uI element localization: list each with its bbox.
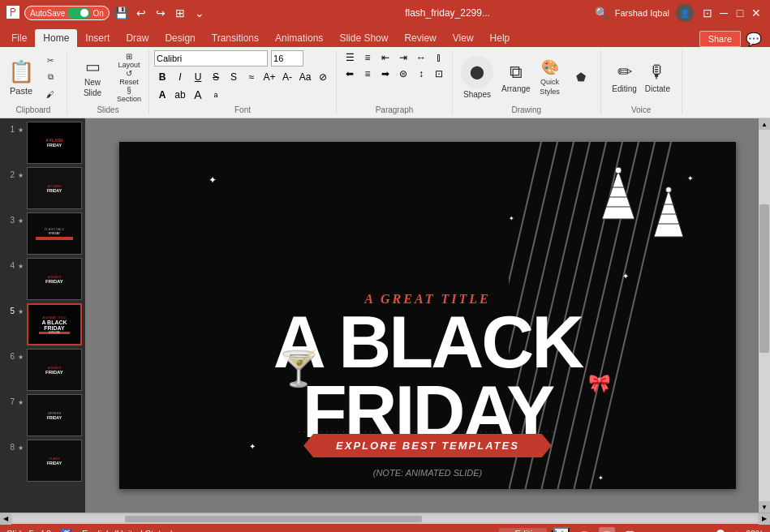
- layout-button[interactable]: ⊞ Layout: [114, 52, 144, 68]
- shapes-button[interactable]: ⬤ Shapes: [458, 53, 497, 101]
- search-icon[interactable]: 🔍: [595, 6, 609, 19]
- slide-item-3[interactable]: 3 ★ FLASH SALE FRIDAY: [3, 212, 82, 255]
- slide-thumb-8[interactable]: FLASH FRIDAY: [27, 440, 82, 482]
- text-direction-button[interactable]: ↔: [413, 50, 429, 65]
- scroll-up-button[interactable]: ▲: [759, 118, 770, 130]
- tab-design[interactable]: Design: [157, 29, 203, 47]
- change-case-button[interactable]: Aa: [297, 70, 313, 84]
- close-button[interactable]: ✕: [749, 6, 764, 20]
- cut-button[interactable]: ✂: [39, 52, 62, 68]
- decrease-indent-button[interactable]: ⇤: [377, 50, 394, 65]
- clear-format-button[interactable]: ⊘: [315, 70, 331, 84]
- font-size-decrease[interactable]: A-: [279, 70, 295, 84]
- numbered-list-button[interactable]: ≡: [359, 50, 376, 65]
- ribbon-toggle-button[interactable]: ⊡: [700, 6, 715, 20]
- zoom-out-icon[interactable]: −: [667, 529, 672, 532]
- slide-item-1[interactable]: 1 ★ A FLASH FRIDAY: [3, 122, 82, 164]
- scroll-right-button[interactable]: ▶: [759, 513, 770, 525]
- slide-thumb-2[interactable]: A FLASH FRIDAY: [27, 167, 82, 209]
- editing-button[interactable]: ✏ Editing: [609, 53, 640, 101]
- undo-button[interactable]: ↩: [134, 6, 148, 20]
- redo-button[interactable]: ↪: [153, 6, 168, 20]
- quick-styles-button[interactable]: 🎨 Quick Styles: [536, 53, 565, 101]
- copy-button[interactable]: ⧉: [39, 69, 62, 85]
- char-spacing-button[interactable]: ≈: [243, 70, 260, 84]
- section-button[interactable]: § Section: [114, 86, 144, 102]
- smart-art-button[interactable]: ⊡: [431, 66, 447, 81]
- reset-button[interactable]: ↺ Reset: [114, 69, 144, 85]
- slide-item-4[interactable]: 4 ★ A BLACK FRIDAY: [3, 258, 82, 300]
- new-slide-button[interactable]: ▭ New Slide: [72, 53, 113, 101]
- slide-canvas[interactable]: ✦ ✦ ✦ ✦ ✦ ✦ ✦ ✦: [119, 142, 736, 489]
- tab-transitions[interactable]: Transitions: [204, 29, 267, 47]
- line-spacing-button[interactable]: ↕: [413, 66, 429, 81]
- italic-button[interactable]: I: [172, 70, 188, 84]
- drawing-group: ⬤ Shapes ⧉ Arrange 🎨 Quick Styles ⬟ Draw…: [453, 50, 601, 114]
- tab-help[interactable]: Help: [482, 29, 518, 47]
- slide-item-5[interactable]: 5 ★ A GREAT TITLE A BLACK FRIDAY EXPLORE: [3, 303, 82, 345]
- slide-thumb-5[interactable]: A GREAT TITLE A BLACK FRIDAY EXPLORE: [27, 303, 82, 345]
- slide-sorter-button[interactable]: ⊡: [599, 527, 615, 532]
- shape-fill-button[interactable]: ⬟: [566, 53, 596, 101]
- tab-view[interactable]: View: [445, 29, 482, 47]
- slide-item-7[interactable]: 7 ★ OFFERS FRIDAY: [3, 394, 82, 436]
- slide-thumb-4[interactable]: A BLACK FRIDAY: [27, 258, 82, 300]
- highlight-button[interactable]: ab: [172, 88, 188, 102]
- tab-file[interactable]: File: [3, 29, 35, 47]
- dictate-button[interactable]: 🎙 Dictate: [642, 53, 673, 101]
- minimize-button[interactable]: ─: [716, 6, 731, 20]
- increase-indent-button[interactable]: ⇥: [395, 50, 411, 65]
- font-size-dn[interactable]: a: [208, 88, 224, 102]
- align-left-button[interactable]: ⬅: [342, 66, 358, 81]
- slide-thumb-3[interactable]: FLASH SALE FRIDAY: [27, 212, 82, 255]
- slide-item-8[interactable]: 8 ★ FLASH FRIDAY: [3, 440, 82, 482]
- columns-button[interactable]: ⫿: [431, 50, 447, 65]
- slide-thumb-1[interactable]: A FLASH FRIDAY: [27, 122, 82, 164]
- notes-button[interactable]: Notes: [553, 527, 570, 532]
- justify-button[interactable]: ⊜: [395, 66, 411, 81]
- scroll-down-button[interactable]: ▼: [759, 501, 770, 513]
- slide-thumb-6[interactable]: A BLACK FRIDAY: [27, 349, 82, 391]
- autosave-badge[interactable]: AutoSave On: [24, 6, 110, 20]
- h-scroll-thumb[interactable]: [125, 516, 423, 522]
- font-size-up[interactable]: A: [190, 88, 206, 102]
- font-size-increase[interactable]: A+: [261, 70, 277, 84]
- share-button[interactable]: Share: [699, 31, 741, 47]
- format-painter-button[interactable]: 🖌: [39, 86, 62, 102]
- normal-view-button[interactable]: ⊞: [576, 527, 592, 532]
- paste-button[interactable]: 📋 Paste: [5, 53, 37, 101]
- autosave-toggle[interactable]: [67, 7, 90, 19]
- font-size-dropdown[interactable]: [271, 50, 303, 66]
- bullet-list-button[interactable]: ☰: [342, 50, 358, 65]
- slide-thumb-7[interactable]: OFFERS FRIDAY: [27, 394, 82, 436]
- slide-show-button[interactable]: ▶: [644, 527, 660, 532]
- arrange-button[interactable]: ⧉ Arrange: [498, 53, 534, 101]
- align-center-button[interactable]: ≡: [359, 66, 376, 81]
- reading-view-button[interactable]: 📖: [622, 527, 638, 532]
- tab-animations[interactable]: Animations: [267, 29, 331, 47]
- strikethrough-button[interactable]: S: [208, 70, 224, 84]
- tab-home[interactable]: Home: [35, 29, 77, 47]
- scroll-thumb[interactable]: [759, 204, 769, 353]
- tab-insert[interactable]: Insert: [77, 29, 118, 47]
- comment-button[interactable]: 💬: [741, 32, 767, 47]
- scroll-left-button[interactable]: ◀: [0, 513, 11, 525]
- slide-item-2[interactable]: 2 ★ A FLASH FRIDAY: [3, 167, 82, 209]
- font-family-dropdown[interactable]: [154, 50, 268, 66]
- font-color-button[interactable]: A: [154, 88, 170, 102]
- slide-item-6[interactable]: 6 ★ A BLACK FRIDAY: [3, 349, 82, 391]
- maximize-button[interactable]: □: [733, 6, 747, 20]
- tab-draw[interactable]: Draw: [118, 29, 157, 47]
- tab-slide-show[interactable]: Slide Show: [331, 29, 396, 47]
- present-button[interactable]: ⊞: [173, 6, 187, 20]
- underline-button[interactable]: U: [190, 70, 206, 84]
- save-button[interactable]: 💾: [114, 6, 129, 20]
- bold-button[interactable]: B: [154, 70, 170, 84]
- align-right-button[interactable]: ➡: [377, 66, 394, 81]
- more-tools-button[interactable]: ⌄: [192, 6, 207, 20]
- zoom-level[interactable]: 60%: [746, 529, 764, 532]
- font-content: B I U S S ≈ A+ A- Aa ⊘ A ab A a: [154, 50, 331, 104]
- zoom-in-icon[interactable]: +: [734, 529, 739, 532]
- shadow-button[interactable]: S: [226, 70, 242, 84]
- tab-review[interactable]: Review: [396, 29, 444, 47]
